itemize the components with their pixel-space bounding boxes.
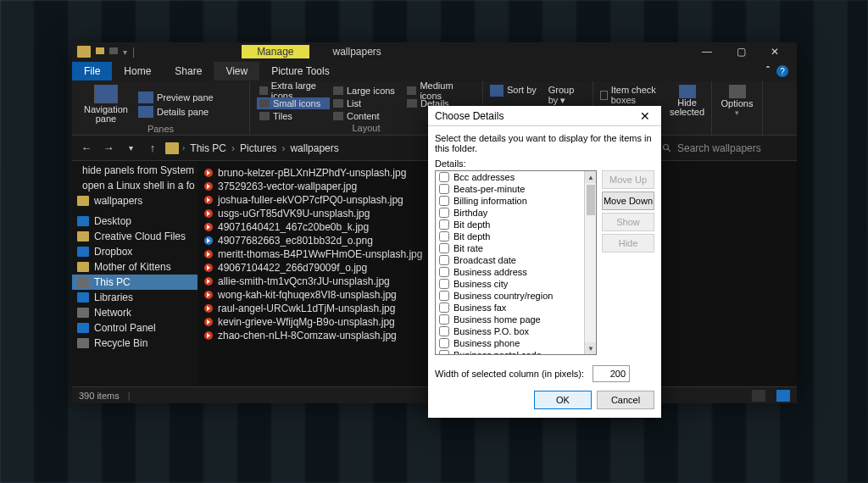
details-checkbox-item[interactable]: Birthday bbox=[436, 207, 584, 219]
details-checkbox-item[interactable]: Beats-per-minute bbox=[436, 183, 584, 195]
layout-small-icons[interactable]: Small icons bbox=[257, 97, 330, 109]
layout-medium-icons[interactable]: Medium icons bbox=[404, 85, 477, 97]
details-checkbox[interactable] bbox=[439, 219, 449, 230]
details-checkbox[interactable] bbox=[439, 350, 449, 354]
details-checkbox-item[interactable]: Business postal code bbox=[436, 349, 584, 354]
qat-properties[interactable] bbox=[109, 46, 118, 58]
details-list[interactable]: Bcc addressesBeats-per-minuteBilling inf… bbox=[436, 171, 584, 354]
maximize-button[interactable]: ▢ bbox=[724, 42, 758, 61]
scrollbar-down-icon[interactable]: ▼ bbox=[585, 342, 597, 354]
details-checkbox[interactable] bbox=[439, 172, 449, 182]
layout-list[interactable]: List bbox=[331, 97, 403, 109]
details-checkbox[interactable] bbox=[439, 267, 449, 277]
details-checkbox[interactable] bbox=[439, 231, 449, 242]
tree-item[interactable]: Dropbox bbox=[72, 244, 198, 259]
qat-dropdown-icon[interactable]: ▾ bbox=[123, 47, 127, 57]
move-up-button[interactable]: Move Up bbox=[602, 170, 654, 189]
details-checkbox[interactable] bbox=[439, 196, 449, 206]
tree-item[interactable]: Mother of Kittens bbox=[72, 259, 198, 275]
tree-item[interactable]: Libraries bbox=[72, 290, 198, 305]
layout-extra-large-icons[interactable]: Extra large icons bbox=[257, 85, 330, 97]
navigation-pane-button[interactable]: Navigation pane bbox=[79, 85, 133, 124]
history-dropdown[interactable]: ▾ bbox=[121, 139, 140, 158]
crumb-this-pc[interactable]: This PC bbox=[188, 141, 228, 156]
details-checkbox[interactable] bbox=[439, 314, 449, 325]
tree-item[interactable]: Recycle Bin bbox=[72, 336, 198, 351]
up-button[interactable]: ↑ bbox=[143, 139, 162, 158]
tree-item[interactable]: Control Panel bbox=[72, 320, 198, 336]
file-name: usgs-uGrT85dVK9U-unsplash.jpg bbox=[218, 208, 370, 219]
scrollbar-thumb[interactable] bbox=[587, 185, 595, 215]
crumb-wallpapers[interactable]: wallpapers bbox=[288, 141, 340, 156]
details-checkbox-item[interactable]: Business fax bbox=[436, 302, 584, 314]
ok-button[interactable]: OK bbox=[534, 391, 592, 409]
details-checkbox-item[interactable]: Broadcast date bbox=[436, 254, 584, 266]
tree-quick-item[interactable]: open a Linux shell in a fo bbox=[72, 178, 198, 193]
back-button[interactable]: ← bbox=[77, 139, 96, 158]
forward-button[interactable]: → bbox=[99, 139, 118, 158]
icons-view-toggle[interactable] bbox=[776, 390, 790, 402]
tree-item[interactable]: Network bbox=[72, 305, 198, 320]
search-input[interactable]: Search wallpapers bbox=[656, 139, 792, 158]
details-checkbox-item[interactable]: Business country/region bbox=[436, 290, 584, 302]
details-checkbox[interactable] bbox=[439, 326, 449, 336]
qat-new-folder[interactable] bbox=[96, 46, 104, 58]
details-checkbox-item[interactable]: Business city bbox=[436, 278, 584, 290]
hide-button[interactable]: Hide bbox=[602, 234, 654, 253]
details-view-toggle[interactable] bbox=[752, 390, 765, 402]
column-width-input[interactable] bbox=[593, 365, 630, 382]
show-button[interactable]: Show bbox=[602, 213, 654, 231]
group-by-button[interactable]: Group by ▾ bbox=[548, 85, 586, 106]
details-checkbox[interactable] bbox=[439, 291, 449, 301]
details-checkbox-item[interactable]: Billing information bbox=[436, 195, 584, 207]
details-checkbox-item[interactable]: Business phone bbox=[436, 337, 584, 349]
tree-desktop[interactable]: Desktop bbox=[72, 214, 198, 229]
options-button[interactable]: Options ▾ bbox=[719, 85, 755, 133]
details-checkbox-item[interactable]: Bit rate bbox=[436, 242, 584, 254]
tab-file[interactable]: File bbox=[72, 62, 112, 80]
tab-share[interactable]: Share bbox=[163, 62, 214, 80]
details-checkbox[interactable] bbox=[439, 279, 449, 289]
scrollbar-up-icon[interactable]: ▲ bbox=[585, 171, 597, 183]
preview-pane-button[interactable]: Preview pane bbox=[138, 92, 214, 103]
svg-line-3 bbox=[668, 148, 670, 151]
tree-quick-item[interactable]: hide panels from System bbox=[72, 163, 198, 178]
scrollbar-track[interactable]: ▲ ▼ bbox=[584, 171, 596, 354]
tab-view[interactable]: View bbox=[214, 62, 259, 80]
cancel-button[interactable]: Cancel bbox=[597, 391, 654, 409]
dialog-close-button[interactable]: ✕ bbox=[636, 107, 654, 125]
details-checkbox[interactable] bbox=[439, 184, 449, 194]
details-checkbox[interactable] bbox=[439, 338, 449, 348]
details-pane-button[interactable]: Details pane bbox=[138, 106, 214, 118]
tab-picture-tools[interactable]: Picture Tools bbox=[259, 62, 341, 80]
move-down-button[interactable]: Move Down bbox=[602, 192, 654, 210]
details-checkbox[interactable] bbox=[439, 243, 449, 253]
breadcrumb[interactable]: This PC › Pictures › wallpapers bbox=[188, 141, 340, 156]
ribbon-context-tab[interactable]: Manage bbox=[242, 45, 309, 58]
tab-home[interactable]: Home bbox=[112, 62, 163, 80]
details-checkbox-item[interactable]: Business home page bbox=[436, 314, 584, 325]
details-checkbox-item[interactable]: Bcc addresses bbox=[436, 171, 584, 183]
collapse-ribbon-icon[interactable]: ˆ bbox=[766, 65, 770, 77]
tree-item[interactable]: Creative Cloud Files bbox=[72, 229, 198, 244]
crumb-pictures[interactable]: Pictures bbox=[238, 141, 278, 156]
tree-quick-item[interactable]: wallpapers bbox=[72, 193, 198, 208]
layout-tiles[interactable]: Tiles bbox=[257, 110, 330, 122]
layout-content[interactable]: Content bbox=[331, 110, 403, 122]
details-item-label: Business P.O. box bbox=[453, 326, 529, 336]
help-icon[interactable]: ? bbox=[776, 65, 788, 77]
details-checkbox[interactable] bbox=[439, 255, 449, 265]
details-checkbox[interactable] bbox=[439, 208, 449, 218]
layout-large-icons[interactable]: Large icons bbox=[331, 85, 403, 97]
item-check-boxes-checkbox[interactable]: Item check boxes bbox=[600, 85, 665, 105]
tree-this-pc[interactable]: This PC bbox=[72, 275, 198, 290]
details-checkbox-item[interactable]: Bit depth bbox=[436, 230, 584, 242]
details-checkbox-item[interactable]: Business address bbox=[436, 266, 584, 278]
minimize-button[interactable]: — bbox=[690, 42, 724, 61]
sort-by-button[interactable]: Sort by bbox=[490, 85, 537, 97]
details-checkbox-item[interactable]: Bit depth bbox=[436, 219, 584, 230]
details-checkbox[interactable] bbox=[439, 303, 449, 313]
hide-selected-button[interactable]: Hide selected bbox=[670, 85, 704, 133]
close-button[interactable]: ✕ bbox=[758, 42, 792, 61]
details-checkbox-item[interactable]: Business P.O. box bbox=[436, 325, 584, 337]
